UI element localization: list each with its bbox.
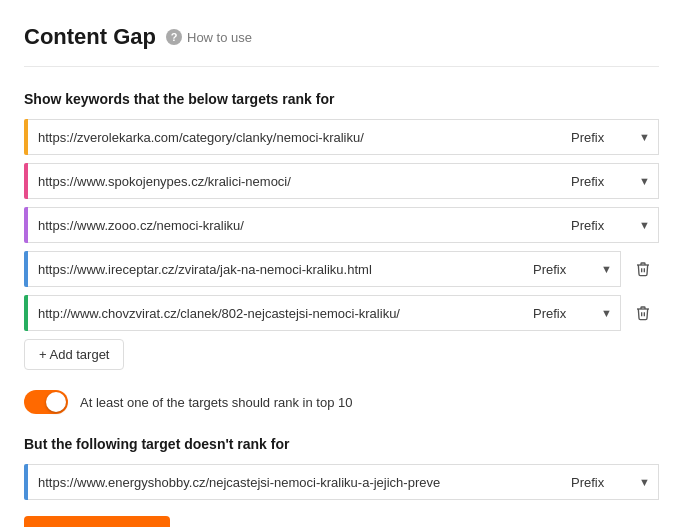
trash-icon [635,261,651,277]
but-prefix-select-1[interactable]: PrefixURLDomainExact URL [563,465,658,499]
target-url-input-4[interactable] [28,251,525,287]
but-target-url-input-1[interactable] [28,464,563,500]
add-target-label: + Add target [39,347,109,362]
target-row: PrefixURLDomainExact URL ▼ [24,119,659,155]
prefix-select-wrap-1: PrefixURLDomainExact URL ▼ [563,119,659,155]
trash-icon [635,305,651,321]
target-url-input-1[interactable] [28,119,563,155]
targets-section: Show keywords that the below targets ran… [24,91,659,370]
target-row: PrefixURLDomainExact URL ▼ [24,295,659,331]
prefix-select-3[interactable]: PrefixURLDomainExact URL [563,208,658,242]
target-url-input-3[interactable] [28,207,563,243]
how-to-use-link[interactable]: ? How to use [166,29,252,45]
add-target-button[interactable]: + Add target [24,339,124,370]
but-prefix-select-wrap-1: PrefixURLDomainExact URL ▼ [563,464,659,500]
delete-target-button-5[interactable] [627,295,659,331]
prefix-select-wrap-3: PrefixURLDomainExact URL ▼ [563,207,659,243]
but-target-row: PrefixURLDomainExact URL ▼ [24,464,659,500]
top10-toggle[interactable] [24,390,68,414]
target-url-input-2[interactable] [28,163,563,199]
help-icon: ? [166,29,182,45]
show-keywords-section: Show keywords [24,516,659,527]
toggle-knob [46,392,66,412]
prefix-select-wrap-4: PrefixURLDomainExact URL ▼ [525,251,621,287]
targets-section-label: Show keywords that the below targets ran… [24,91,659,107]
prefix-select-5[interactable]: PrefixURLDomainExact URL [525,296,620,330]
help-link-text: How to use [187,30,252,45]
page-header: Content Gap ? How to use [24,24,659,67]
target-row: PrefixURLDomainExact URL ▼ [24,163,659,199]
prefix-select-wrap-2: PrefixURLDomainExact URL ▼ [563,163,659,199]
but-section-label: But the following target doesn't rank fo… [24,436,659,452]
toggle-label: At least one of the targets should rank … [80,395,352,410]
target-row: PrefixURLDomainExact URL ▼ [24,207,659,243]
page-title: Content Gap [24,24,156,50]
target-row: PrefixURLDomainExact URL ▼ [24,251,659,287]
show-keywords-button[interactable]: Show keywords [24,516,170,527]
prefix-select-4[interactable]: PrefixURLDomainExact URL [525,252,620,286]
but-section: But the following target doesn't rank fo… [24,436,659,500]
target-url-input-5[interactable] [28,295,525,331]
prefix-select-wrap-5: PrefixURLDomainExact URL ▼ [525,295,621,331]
prefix-select-2[interactable]: PrefixURLDomainExact URL [563,164,658,198]
delete-target-button-4[interactable] [627,251,659,287]
prefix-select-1[interactable]: PrefixURLDomainExact URL [563,120,658,154]
toggle-row: At least one of the targets should rank … [24,390,659,414]
